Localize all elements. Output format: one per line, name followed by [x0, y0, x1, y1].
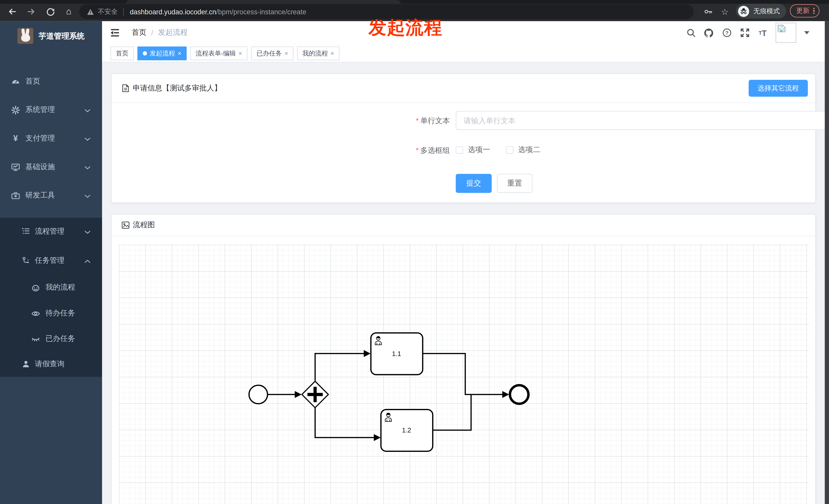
sidebar-item-system[interactable]: 系统管理 [0, 99, 102, 122]
dashboard-icon [11, 77, 20, 86]
close-icon[interactable]: × [178, 50, 182, 56]
hamburger-fold-icon [110, 28, 120, 38]
bookmark-star-button[interactable]: ☆ [719, 6, 730, 17]
task-label: 1.1 [392, 350, 401, 357]
tag-label: 发起流程 [150, 49, 175, 58]
sidebar-item-my-process[interactable]: 我的流程 [0, 276, 102, 299]
sidebar-item-process-mgmt[interactable]: 流程管理 [0, 220, 102, 243]
tags-view-bar: 首页 发起流程 × 流程表单-编辑 × 已办任务 × 我的流程 × [102, 44, 825, 62]
sidebar-item-label: 系统管理 [25, 105, 55, 115]
diagram-title: 流程图 [133, 220, 155, 230]
apply-info-title: 申请信息【测试多审批人】 [133, 84, 221, 93]
url-domain: dashboard.yudao.iocoder.cn [130, 8, 216, 15]
sidebar-item-home[interactable]: 首页 [0, 70, 102, 93]
home-icon: ⌂ [66, 6, 71, 17]
flow-start-to-gateway[interactable] [267, 391, 301, 398]
search-icon [686, 28, 695, 38]
reload-button[interactable] [44, 6, 56, 17]
choose-other-process-button[interactable]: 选择其它流程 [749, 80, 808, 96]
text-field-label: *单行文本 [291, 116, 450, 126]
apply-info-card: 申请信息【测试多审批人】 选择其它流程 *单行文本 *多选框组 选项一 选项二 … [111, 73, 816, 203]
end-event-node[interactable] [510, 385, 528, 403]
sidebar-logo[interactable]: 芋道管理系统 [0, 21, 102, 51]
flow-gateway-to-task2[interactable] [315, 408, 381, 441]
eye-closed-icon [31, 334, 40, 343]
browser-active-tab[interactable] [126, 0, 401, 4]
start-event-node[interactable] [249, 385, 267, 403]
app-title: 芋道管理系统 [39, 31, 85, 41]
tag-form-edit[interactable]: 流程表单-编辑 × [190, 46, 247, 60]
sidebar-item-devtools[interactable]: 研发工具 [0, 184, 102, 207]
sidebar-item-label: 已办任务 [45, 334, 75, 344]
submit-button[interactable]: 提交 [456, 174, 492, 193]
forward-icon [28, 9, 34, 14]
required-asterisk: * [416, 116, 419, 125]
sidebar-item-todo-tasks[interactable]: 待办任务 [0, 302, 102, 325]
search-button[interactable] [686, 28, 696, 38]
forward-button[interactable] [25, 6, 37, 17]
single-line-text-input[interactable] [456, 111, 829, 130]
toolbox-icon [11, 191, 20, 200]
font-size-icon: T [759, 30, 762, 36]
close-icon[interactable]: × [330, 50, 334, 56]
user-avatar[interactable] [776, 23, 796, 43]
reset-button[interactable]: 重置 [497, 174, 533, 193]
url-path: /bpm/process-instance/create [216, 8, 307, 15]
sidebar: 芋道管理系统 首页 系统管理 ¥ 支付管理 基础设施 [0, 21, 102, 504]
sidebar-fold-button[interactable] [110, 28, 120, 38]
back-button[interactable] [6, 6, 18, 17]
user-task-1-1[interactable]: 1.1 [371, 333, 423, 375]
flow-task1-to-end[interactable] [423, 353, 509, 398]
svg-text:?: ? [725, 30, 728, 36]
avatar-dropdown-caret-icon[interactable] [804, 31, 809, 34]
checkbox-option-2[interactable] [506, 147, 513, 154]
breadcrumb-home[interactable]: 首页 [132, 28, 146, 38]
parallel-gateway-node[interactable] [302, 381, 328, 408]
close-icon[interactable]: × [239, 50, 243, 56]
tag-my-process[interactable]: 我的流程 × [297, 46, 339, 60]
page-content: 申请信息【测试多审批人】 选择其它流程 *单行文本 *多选框组 选项一 选项二 … [102, 62, 825, 504]
sidebar-item-infra[interactable]: 基础设施 [0, 155, 102, 179]
help-button[interactable]: ? [722, 28, 731, 38]
sidebar-item-done-tasks[interactable]: 已办任务 [0, 327, 102, 350]
checkbox-option-2-label[interactable]: 选项二 [518, 146, 540, 155]
flow-task2-to-end[interactable] [433, 395, 471, 430]
home-button[interactable]: ⌂ [63, 6, 74, 17]
active-dot-icon [143, 51, 147, 56]
branch-icon [21, 256, 30, 265]
sidebar-item-payment[interactable]: ¥ 支付管理 [0, 127, 102, 150]
star-icon: ☆ [721, 7, 729, 16]
password-key-button[interactable] [703, 6, 714, 17]
document-icon [122, 84, 130, 92]
reload-icon [46, 7, 55, 16]
flow-gateway-to-task1[interactable] [315, 350, 370, 381]
fullscreen-button[interactable] [740, 28, 750, 38]
required-asterisk: * [416, 146, 419, 154]
browser-menu-icon[interactable] [813, 8, 815, 14]
page-scrollbar[interactable] [825, 21, 829, 504]
sidebar-item-leave-query[interactable]: 请假查询 [0, 352, 102, 376]
question-circle-icon: ? [722, 28, 731, 38]
close-icon[interactable]: × [284, 50, 288, 56]
list-tree-icon [21, 227, 30, 236]
fullscreen-icon [740, 28, 750, 38]
user-task-1-2[interactable]: 1.2 [381, 410, 433, 451]
tag-label: 首页 [116, 49, 129, 58]
browser-update-button[interactable]: 更新 [790, 4, 819, 17]
github-button[interactable] [704, 28, 714, 38]
tag-create-process[interactable]: 发起流程 × [138, 46, 187, 60]
bpmn-canvas[interactable]: 1.1 1.2 [119, 244, 809, 504]
checkbox-option-1-label[interactable]: 选项一 [468, 146, 490, 155]
security-label: 不安全 [98, 7, 118, 16]
tag-done-tasks[interactable]: 已办任务 × [251, 46, 293, 60]
gear-icon [11, 105, 20, 114]
breadcrumb: 首页 / 发起流程 [132, 21, 188, 44]
screen: ⌂ 不安全 dashboard.yudao.iocoder.cn /bpm/pr… [0, 0, 829, 504]
font-size-button[interactable]: TT [758, 28, 768, 38]
tag-home[interactable]: 首页 [110, 46, 134, 60]
sidebar-item-task-mgmt[interactable]: 任务管理 [0, 249, 102, 272]
sidebar-item-label: 我的流程 [45, 283, 75, 292]
sidebar-item-label: 请假查询 [35, 359, 65, 369]
checkbox-group-label: *多选框组 [291, 146, 450, 155]
checkbox-option-1[interactable] [456, 147, 463, 154]
